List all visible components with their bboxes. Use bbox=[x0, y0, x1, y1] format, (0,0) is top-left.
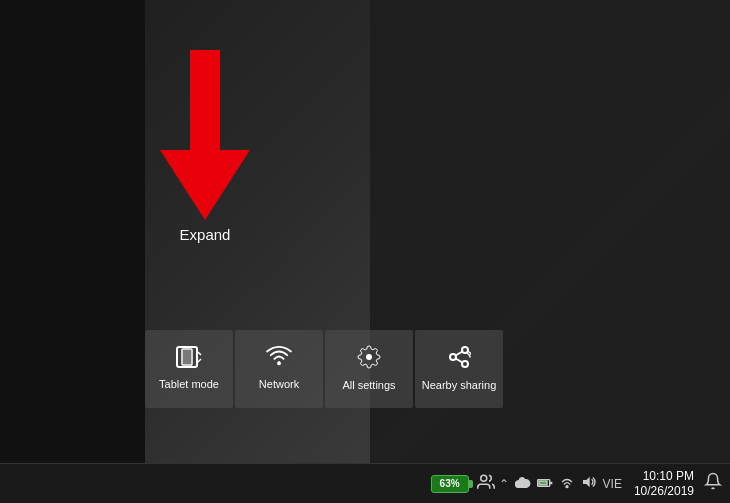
svg-point-15 bbox=[566, 486, 568, 488]
input-method-indicator[interactable]: VIE bbox=[603, 477, 622, 491]
cloud-icon[interactable] bbox=[515, 475, 531, 492]
all-settings-label: All settings bbox=[342, 379, 395, 392]
settings-icon bbox=[357, 345, 381, 373]
people-taskbar-icon[interactable] bbox=[477, 473, 495, 495]
svg-point-9 bbox=[462, 361, 468, 367]
svg-point-12 bbox=[480, 475, 486, 481]
volume-tray-icon[interactable] bbox=[581, 475, 597, 492]
svg-point-7 bbox=[462, 347, 468, 353]
battery-percent: 63% bbox=[440, 478, 460, 489]
svg-line-10 bbox=[456, 359, 463, 363]
nearby-sharing-label: Nearby sharing bbox=[422, 379, 497, 392]
svg-rect-2 bbox=[183, 350, 191, 364]
svg-line-4 bbox=[198, 352, 201, 355]
battery-indicator[interactable]: 63% bbox=[431, 475, 469, 493]
tablet-mode-label: Tablet mode bbox=[159, 378, 219, 391]
svg-line-11 bbox=[456, 352, 463, 356]
clock-date: 10/26/2019 bbox=[634, 484, 694, 498]
tablet-mode-tile[interactable]: Tablet mode bbox=[145, 330, 233, 408]
svg-rect-14 bbox=[539, 481, 547, 485]
nearby-sharing-icon bbox=[447, 345, 471, 373]
notification-button[interactable] bbox=[700, 472, 726, 495]
svg-point-8 bbox=[450, 354, 456, 360]
network-tile[interactable]: Network bbox=[235, 330, 323, 408]
svg-marker-16 bbox=[583, 477, 590, 488]
clock-time: 10:10 PM bbox=[643, 469, 694, 483]
tablet-mode-icon bbox=[176, 346, 202, 372]
nearby-sharing-tile[interactable]: Nearby sharing bbox=[415, 330, 503, 408]
all-settings-tile[interactable]: All settings bbox=[325, 330, 413, 408]
wifi-tray-icon[interactable] bbox=[559, 475, 575, 492]
battery-box: 63% bbox=[431, 475, 469, 493]
clock[interactable]: 10:10 PM 10/26/2019 bbox=[628, 469, 700, 498]
taskbar: 63% ⌃ bbox=[0, 463, 730, 503]
network-icon bbox=[266, 346, 292, 372]
red-arrow-icon bbox=[160, 50, 250, 220]
tray-expand-icon[interactable]: ⌃ bbox=[499, 477, 509, 491]
svg-marker-0 bbox=[160, 50, 250, 220]
network-label: Network bbox=[259, 378, 299, 391]
quick-actions-tiles: Tablet mode Network All settings bbox=[145, 330, 503, 408]
system-tray: ⌃ bbox=[499, 475, 624, 492]
battery-tray-icon[interactable] bbox=[537, 476, 553, 492]
annotation-arrow: Expand bbox=[160, 50, 250, 243]
sidebar-dark bbox=[0, 0, 145, 463]
expand-label: Expand bbox=[180, 226, 231, 243]
svg-line-5 bbox=[198, 359, 201, 362]
svg-point-6 bbox=[277, 362, 281, 366]
